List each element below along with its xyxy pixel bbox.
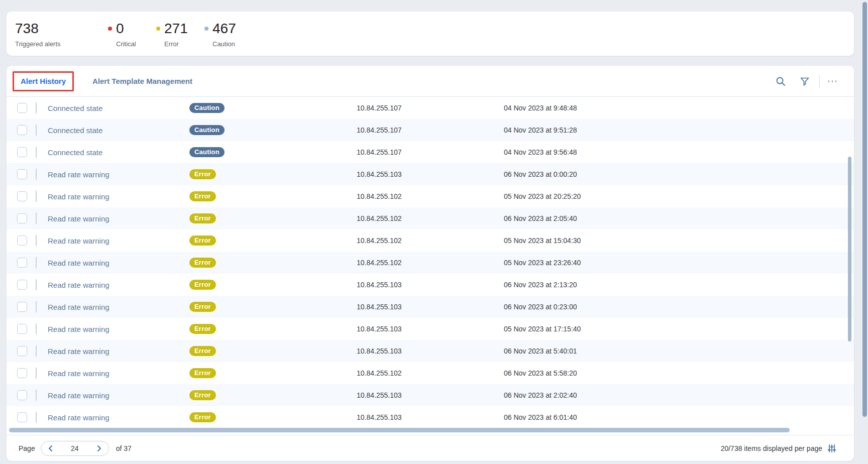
annotation-highlight-box: Alert History [13,71,74,91]
table-row: Read rate warning Error 10.84.255.103 06… [7,406,854,428]
critical-status-dot-icon [108,27,112,31]
alert-name[interactable]: Read rate warning [48,237,189,245]
critical-label: Critical [116,40,156,48]
triggered-alerts-count: 738 [15,21,39,36]
alert-source-ip: 10.84.255.103 [357,303,504,311]
table-vertical-scrollbar[interactable] [848,157,851,341]
alert-name[interactable]: Read rate warning [48,214,189,223]
page-label: Page [19,444,35,452]
alert-timestamp: 06 Nov 2023 at 2:05:40 [504,214,577,222]
page-vertical-scrollbar[interactable] [862,2,867,417]
alert-timestamp: 04 Nov 2023 at 9:56:48 [504,148,577,156]
table-horizontal-scrollbar[interactable] [9,428,790,432]
previous-page-button[interactable] [47,444,55,452]
total-pages-label: of 37 [116,444,132,452]
triggered-alerts-label: Triggered alerts [15,40,108,48]
alert-timestamp: 06 Nov 2023 at 2:13:20 [504,281,577,289]
table-row: Read rate warning Error 10.84.255.102 05… [7,252,854,274]
row-checkbox[interactable] [17,302,27,312]
severity-badge: Error [189,169,216,179]
row-checkbox[interactable] [17,191,27,201]
row-checkbox[interactable] [17,169,27,179]
row-divider [36,102,37,113]
table-row: Read rate warning Error 10.84.255.102 06… [7,207,854,229]
tab-alert-history[interactable]: Alert History [21,77,66,85]
row-checkbox[interactable] [17,147,27,157]
severity-badge: Error [189,213,216,223]
error-label: Error [164,40,204,48]
alert-source-ip: 10.84.255.102 [357,214,504,222]
row-divider [36,169,37,180]
items-per-page-settings-icon[interactable] [827,443,837,453]
alert-name[interactable]: Read rate warning [48,170,189,179]
alert-name[interactable]: Connected state [48,126,189,135]
table-row: Read rate warning Error 10.84.255.103 06… [7,274,854,296]
alert-source-ip: 10.84.255.107 [357,104,504,112]
alert-name[interactable]: Read rate warning [48,347,189,356]
alert-source-ip: 10.84.255.102 [357,237,504,245]
alert-name[interactable]: Connected state [48,104,189,112]
table-row: Connected state Caution 10.84.255.107 04… [7,119,854,141]
alert-source-ip: 10.84.255.103 [357,391,504,399]
items-per-page-label: 20/738 items displayed per page [721,444,822,452]
alert-name[interactable]: Read rate warning [48,391,189,400]
next-page-button[interactable] [95,444,103,452]
tab-alert-template-management[interactable]: Alert Template Management [92,77,192,85]
caution-label: Caution [212,40,259,48]
row-checkbox[interactable] [17,280,27,290]
row-checkbox[interactable] [17,368,27,378]
current-page-input[interactable]: 24 [71,444,79,452]
severity-badge: Caution [189,103,225,113]
row-checkbox[interactable] [17,324,27,334]
filter-icon[interactable] [799,76,810,87]
alert-timestamp: 06 Nov 2023 at 6:01:40 [504,413,577,421]
alert-name[interactable]: Read rate warning [48,369,189,378]
severity-badge: Error [189,346,216,356]
severity-badge: Error [189,412,216,422]
severity-badge: Error [189,280,216,290]
alert-name[interactable]: Connected state [48,148,189,157]
row-divider [36,323,37,334]
alert-name[interactable]: Read rate warning [48,413,189,422]
alert-summary-card: 738 Triggered alerts 0 Critical 271 Erro… [7,12,854,56]
alert-timestamp: 06 Nov 2023 at 0:23:00 [504,303,577,311]
row-divider [36,257,37,268]
row-checkbox[interactable] [17,236,27,246]
table-row: Read rate warning Error 10.84.255.103 06… [7,340,854,362]
table-row: Read rate warning Error 10.84.255.103 05… [7,318,854,340]
row-divider [36,125,37,136]
severity-badge: Error [189,324,216,334]
severity-badge: Error [189,390,216,400]
severity-badge: Error [189,236,216,246]
severity-badge: Error [189,368,216,378]
alert-timestamp: 06 Nov 2023 at 5:58:20 [504,369,577,377]
row-checkbox[interactable] [17,103,27,113]
search-icon[interactable] [775,76,786,87]
alert-timestamp: 05 Nov 2023 at 15:04:30 [504,237,581,245]
alert-name[interactable]: Read rate warning [48,192,189,201]
more-options-icon[interactable] [827,76,838,87]
alert-source-ip: 10.84.255.103 [357,413,504,421]
row-divider [36,390,37,401]
row-checkbox[interactable] [17,346,27,356]
alert-source-ip: 10.84.255.102 [357,369,504,377]
row-checkbox[interactable] [17,258,27,268]
alert-name[interactable]: Read rate warning [48,303,189,311]
row-divider [36,345,37,357]
alert-name[interactable]: Read rate warning [48,259,189,267]
row-checkbox[interactable] [17,412,27,422]
row-divider [36,279,37,290]
row-checkbox[interactable] [17,125,27,135]
table-row: Read rate warning Error 10.84.255.103 06… [7,163,854,185]
alert-timestamp: 06 Nov 2023 at 2:02:40 [504,391,577,399]
alert-timestamp: 05 Nov 2023 at 17:15:40 [504,325,581,333]
alert-source-ip: 10.84.255.103 [357,281,504,289]
caution-count: 467 [212,21,236,36]
alert-name[interactable]: Read rate warning [48,325,189,333]
critical-count: 0 [116,21,124,36]
row-checkbox[interactable] [17,213,27,223]
caution-status-dot-icon [204,27,208,31]
row-checkbox[interactable] [17,390,27,400]
alert-name[interactable]: Read rate warning [48,281,189,289]
severity-badge: Error [189,258,216,268]
